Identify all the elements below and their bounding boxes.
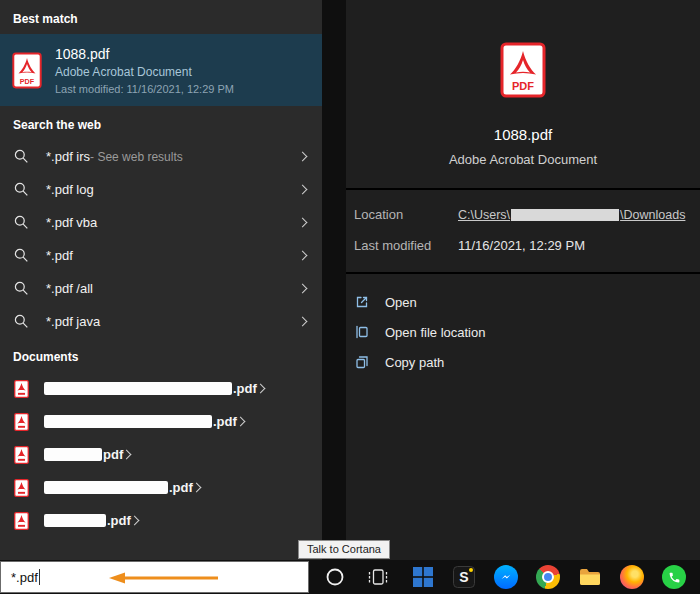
pdf-file-icon: PDF	[12, 52, 42, 89]
messenger-button[interactable]	[494, 565, 518, 589]
taskbar: *.pdf	[0, 560, 700, 594]
file-details: Location C:\Users\\Downloads Last modifi…	[346, 190, 700, 272]
document-result-row[interactable]: .pdf	[0, 405, 322, 438]
task-view-icon	[367, 568, 389, 586]
modified-value: 11/16/2021, 12:29 PM	[458, 238, 690, 253]
suggestion-query: *.pdf java	[46, 314, 100, 329]
search-icon	[14, 215, 29, 230]
open-file-location-icon	[354, 324, 370, 340]
pdf-file-icon-large: PDF	[500, 42, 546, 98]
redacted-username	[511, 209, 619, 221]
annotation-arrow	[106, 570, 224, 586]
chevron-right-icon[interactable]	[298, 284, 308, 294]
pdf-file-icon	[14, 446, 29, 464]
redacted-filename	[44, 415, 212, 428]
windows-search-screen: Best match PDF 1088.pdf Adobe Acrobat Do…	[0, 0, 700, 594]
open-label: Open	[385, 295, 417, 310]
preview-file-name: 1088.pdf	[346, 126, 700, 143]
pdf-file-icon	[14, 479, 29, 497]
best-match-header: Best match	[0, 0, 322, 34]
svg-text:PDF: PDF	[512, 80, 534, 92]
documents-header: Documents	[0, 338, 322, 372]
web-suggestion-row[interactable]: *.pdf /all	[0, 272, 322, 305]
document-result-row[interactable]: pdf	[0, 438, 322, 471]
chevron-right-icon[interactable]	[298, 218, 308, 228]
copy-icon	[354, 354, 370, 370]
chevron-right-icon[interactable]	[122, 450, 132, 460]
taskbar-app-icons: S	[412, 565, 686, 589]
suggestion-query: *.pdf log	[46, 182, 94, 197]
pdf-file-icon	[14, 413, 29, 431]
location-label: Location	[354, 207, 458, 222]
search-query-text: *.pdf	[11, 570, 38, 585]
search-icon	[14, 149, 29, 164]
chevron-right-icon[interactable]	[298, 251, 308, 261]
search-web-header: Search the web	[0, 106, 322, 140]
suggestion-suffix: - See web results	[90, 150, 183, 164]
open-action[interactable]: Open	[354, 287, 700, 317]
suggestion-query: *.pdf	[46, 248, 73, 263]
file-explorer-icon	[578, 565, 602, 589]
search-results-panel: Best match PDF 1088.pdf Adobe Acrobat Do…	[0, 0, 322, 560]
document-result-row[interactable]: .pdf	[0, 504, 322, 537]
s-app-button[interactable]: S	[452, 565, 476, 589]
filename-suffix: .pdf	[233, 381, 257, 396]
best-match-title: 1088.pdf	[55, 46, 234, 62]
preview-header: PDF 1088.pdf Adobe Acrobat Document	[346, 0, 700, 167]
s-app-icon: S	[452, 565, 476, 589]
pdf-file-icon	[14, 512, 29, 530]
open-file-location-action[interactable]: Open file location	[354, 317, 700, 347]
suggestion-query: *.pdf irs	[46, 149, 90, 164]
search-icon	[14, 182, 29, 197]
modified-label: Last modified	[354, 238, 458, 253]
preview-file-type: Adobe Acrobat Document	[346, 152, 700, 167]
best-match-subtitle: Adobe Acrobat Document	[55, 65, 234, 79]
file-actions: Open Open file location Copy path	[346, 274, 700, 377]
messenger-icon	[499, 570, 513, 584]
document-result-row[interactable]: .pdf	[0, 471, 322, 504]
svg-text:PDF: PDF	[20, 77, 35, 85]
task-view-button[interactable]	[367, 568, 389, 586]
pdf-file-icon	[14, 380, 29, 398]
firefox-button[interactable]	[620, 565, 644, 589]
text-caret	[39, 569, 40, 585]
search-icon	[14, 314, 29, 329]
redacted-filename	[44, 481, 168, 494]
best-match-modified: Last modified: 11/16/2021, 12:29 PM	[55, 83, 234, 95]
taskbar-search-input[interactable]: *.pdf	[0, 561, 309, 593]
suggestion-query: *.pdf vba	[46, 215, 97, 230]
search-icon	[14, 248, 29, 263]
chevron-right-icon[interactable]	[298, 317, 308, 327]
blue-tiles-app-button[interactable]	[412, 566, 434, 588]
web-suggestion-row[interactable]: *.pdf irs - See web results	[0, 140, 322, 173]
whatsapp-button[interactable]	[662, 565, 686, 589]
svg-text:S: S	[459, 569, 468, 585]
panel-divider-gap	[322, 0, 346, 560]
open-icon	[354, 294, 370, 310]
file-explorer-button[interactable]	[578, 565, 602, 589]
web-suggestion-row[interactable]: *.pdf vba	[0, 206, 322, 239]
chrome-button[interactable]	[536, 565, 560, 589]
web-suggestion-row[interactable]: *.pdf log	[0, 173, 322, 206]
web-suggestion-row[interactable]: *.pdf	[0, 239, 322, 272]
suggestion-query: *.pdf /all	[46, 281, 93, 296]
best-match-item[interactable]: PDF 1088.pdf Adobe Acrobat Document Last…	[0, 34, 322, 106]
cortana-icon	[325, 567, 345, 587]
chevron-right-icon[interactable]	[298, 185, 308, 195]
cortana-button[interactable]	[325, 567, 345, 587]
whatsapp-icon	[668, 571, 681, 584]
cortana-tooltip: Talk to Cortana	[298, 540, 390, 559]
open-file-location-label: Open file location	[385, 325, 485, 340]
file-location-link[interactable]: C:\Users\\Downloads	[458, 208, 690, 222]
copy-path-action[interactable]: Copy path	[354, 347, 700, 377]
best-match-text: 1088.pdf Adobe Acrobat Document Last mod…	[55, 46, 234, 95]
preview-panel: PDF 1088.pdf Adobe Acrobat Document Loca…	[346, 0, 700, 560]
redacted-filename	[44, 514, 106, 527]
chevron-right-icon[interactable]	[298, 152, 308, 162]
copy-path-label: Copy path	[385, 355, 444, 370]
redacted-filename	[44, 382, 232, 395]
search-icon	[14, 281, 29, 296]
redacted-filename	[44, 448, 102, 461]
web-suggestion-row[interactable]: *.pdf java	[0, 305, 322, 338]
document-result-row[interactable]: .pdf	[0, 372, 322, 405]
